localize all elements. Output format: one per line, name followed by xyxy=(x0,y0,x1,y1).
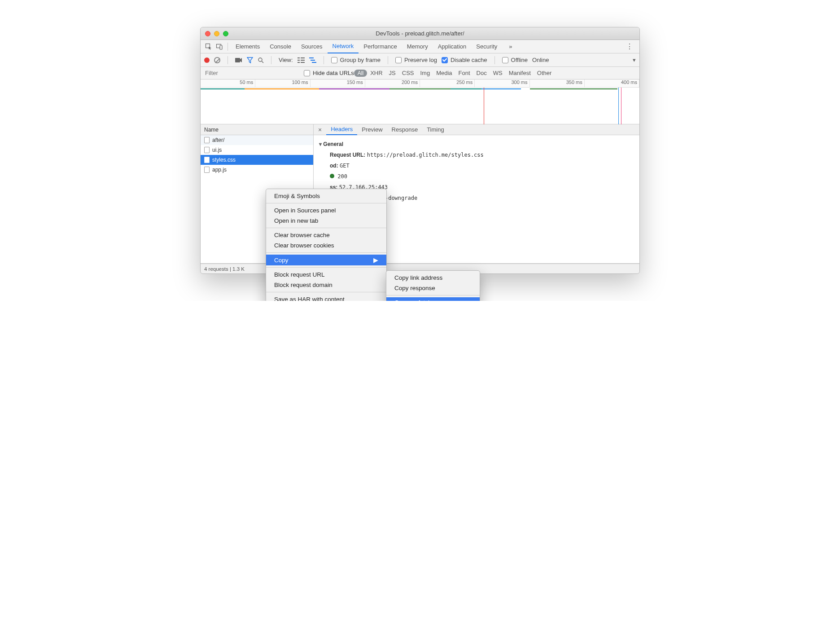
file-icon xyxy=(204,137,210,143)
filter-input[interactable] xyxy=(201,67,304,79)
tab-performance[interactable]: Performance xyxy=(359,40,402,53)
detail-tab-timing[interactable]: Timing xyxy=(422,124,449,135)
tab-sources[interactable]: Sources xyxy=(296,40,328,53)
name-column-header[interactable]: Name xyxy=(201,124,313,135)
large-rows-icon[interactable] xyxy=(298,57,305,63)
tab-network[interactable]: Network xyxy=(328,40,359,53)
ctx-open-sources[interactable]: Open in Sources panel xyxy=(266,205,386,216)
svg-rect-7 xyxy=(301,57,305,58)
filter-cat-doc[interactable]: Doc xyxy=(473,70,490,76)
menu-separator xyxy=(266,292,386,292)
ctx-block-domain[interactable]: Block request domain xyxy=(266,280,386,290)
divider xyxy=(228,56,228,64)
ctx-clear-cookies[interactable]: Clear browser cookies xyxy=(266,240,386,251)
wf-segment xyxy=(201,88,245,89)
filter-cat-media[interactable]: Media xyxy=(433,70,455,76)
checkbox-unchecked-icon xyxy=(395,57,402,63)
request-row[interactable]: app.js xyxy=(201,165,313,175)
kebab-menu-icon[interactable]: ⋮ xyxy=(622,42,637,51)
svg-rect-13 xyxy=(311,60,315,61)
hide-data-urls-option[interactable]: Hide data URLs xyxy=(304,70,354,76)
filter-cat-js[interactable]: JS xyxy=(386,70,399,76)
checkbox-unchecked-icon xyxy=(304,70,310,76)
chevron-down-icon[interactable]: ▾ xyxy=(633,57,636,63)
waterfall-view-icon[interactable] xyxy=(309,57,316,63)
svg-rect-3 xyxy=(235,58,240,62)
request-row[interactable]: after/ xyxy=(201,135,313,145)
wf-segment xyxy=(389,88,451,89)
detail-tab-preview[interactable]: Preview xyxy=(357,124,387,135)
wf-segment xyxy=(530,88,618,89)
svg-rect-6 xyxy=(298,57,300,58)
filter-cat-css[interactable]: CSS xyxy=(399,70,417,76)
filter-toggle-icon[interactable] xyxy=(247,57,253,63)
svg-rect-2 xyxy=(220,45,222,49)
devtools-window: DevTools - preload.glitch.me/after/ Elem… xyxy=(200,27,640,274)
preserve-log-option[interactable]: Preserve log xyxy=(395,57,437,63)
filter-cat-font[interactable]: Font xyxy=(455,70,473,76)
ruler-tick: 150 ms xyxy=(311,79,365,87)
tab-memory[interactable]: Memory xyxy=(402,40,433,53)
submenu-arrow-icon: ▶ xyxy=(373,256,378,264)
menu-separator xyxy=(266,203,386,203)
disable-cache-label: Disable cache xyxy=(451,57,487,63)
filter-cat-manifest[interactable]: Manifest xyxy=(506,70,534,76)
ctx-copy[interactable]: Copy ▶ xyxy=(266,255,386,265)
file-icon xyxy=(204,167,210,173)
waterfall-body xyxy=(201,88,639,124)
group-by-frame-option[interactable]: Group by frame xyxy=(331,57,381,63)
status-text: 4 requests | 1.3 K xyxy=(204,266,245,272)
filter-cat-img[interactable]: Img xyxy=(417,70,433,76)
camera-icon[interactable] xyxy=(235,57,242,63)
request-name: styles.css xyxy=(212,157,236,163)
request-name: app.js xyxy=(212,167,227,173)
device-toggle-icon[interactable] xyxy=(214,41,225,52)
checkbox-checked-icon xyxy=(442,57,448,63)
detail-tab-headers[interactable]: Headers xyxy=(326,124,357,135)
sub-copy-link-address[interactable]: Copy link address xyxy=(386,273,480,283)
ruler-tick: 400 ms xyxy=(585,79,639,87)
waterfall-overview[interactable]: 50 ms 100 ms 150 ms 200 ms 250 ms 300 ms… xyxy=(201,79,639,124)
tabs-overflow-button[interactable]: » xyxy=(504,40,517,53)
wf-segment xyxy=(481,88,521,89)
menu-separator xyxy=(386,295,480,295)
ctx-save-har[interactable]: Save as HAR with content xyxy=(266,294,386,301)
ctx-block-url[interactable]: Block request URL xyxy=(266,269,386,280)
request-row-selected[interactable]: styles.css xyxy=(201,155,313,165)
close-details-button[interactable]: × xyxy=(314,126,326,133)
general-section-header[interactable]: General xyxy=(319,139,634,150)
sub-copy-response[interactable]: Copy response xyxy=(386,283,480,293)
tab-console[interactable]: Console xyxy=(265,40,296,53)
ctx-clear-cache[interactable]: Clear browser cache xyxy=(266,230,386,240)
filter-cat-ws[interactable]: WS xyxy=(490,70,506,76)
checkbox-unchecked-icon xyxy=(502,57,508,63)
tab-application[interactable]: Application xyxy=(433,40,472,53)
inspect-element-icon[interactable] xyxy=(203,41,214,52)
svg-rect-11 xyxy=(301,62,305,63)
ctx-open-new-tab[interactable]: Open in new tab xyxy=(266,216,386,226)
svg-rect-12 xyxy=(309,57,314,58)
checkbox-unchecked-icon xyxy=(331,57,337,63)
tab-elements[interactable]: Elements xyxy=(231,40,265,53)
divider xyxy=(228,43,228,51)
record-button[interactable] xyxy=(204,57,210,63)
filter-cat-xhr[interactable]: XHR xyxy=(367,70,385,76)
svg-point-4 xyxy=(258,58,262,62)
search-icon[interactable] xyxy=(258,57,264,63)
sub-copy-as-fetch[interactable]: Copy as fetch xyxy=(386,297,480,301)
request-method-row: od: GET xyxy=(319,160,634,171)
offline-option[interactable]: Offline xyxy=(502,57,528,63)
ctx-emoji-symbols[interactable]: Emoji & Symbols xyxy=(266,191,386,201)
status-row: 200 xyxy=(319,171,634,182)
disable-cache-option[interactable]: Disable cache xyxy=(442,57,487,63)
offline-label: Offline xyxy=(511,57,528,63)
filter-cat-all[interactable]: All xyxy=(354,70,367,77)
group-by-frame-label: Group by frame xyxy=(340,57,381,63)
filter-cat-other[interactable]: Other xyxy=(534,70,555,76)
window-title: DevTools - preload.glitch.me/after/ xyxy=(201,30,639,37)
detail-tab-response[interactable]: Response xyxy=(387,124,423,135)
online-throttle-select[interactable]: Online xyxy=(532,57,549,63)
request-row[interactable]: ui.js xyxy=(201,145,313,155)
clear-button[interactable] xyxy=(214,57,220,63)
tab-security[interactable]: Security xyxy=(471,40,502,53)
